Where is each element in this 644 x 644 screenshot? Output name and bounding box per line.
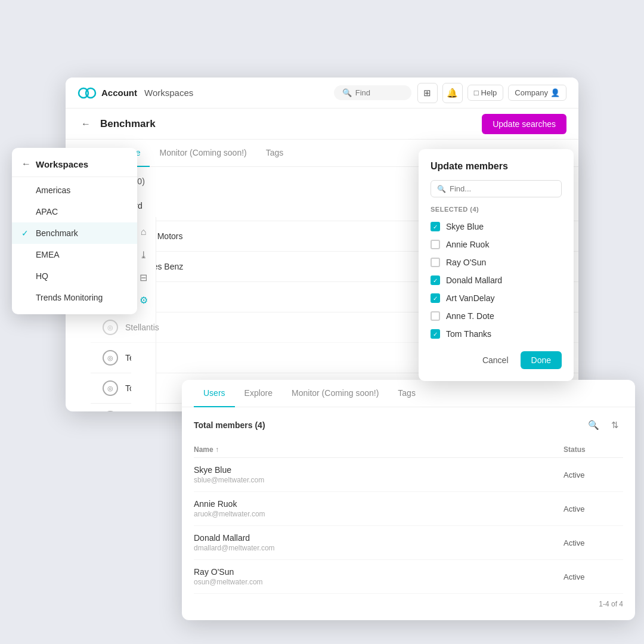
workspace-label: Americas [36, 185, 70, 195]
search-input[interactable] [355, 88, 403, 97]
workspaces-header: ← Workspaces [12, 154, 137, 177]
modal-footer: Cancel Done [431, 351, 562, 369]
users-tab-monitor[interactable]: Monitor (Coming soon!) [282, 380, 388, 407]
member-checkbox-tom[interactable] [431, 329, 440, 339]
sort-action-icon[interactable]: ⇅ [606, 417, 623, 434]
users-panel: Users Explore Monitor (Coming soon!) Tag… [182, 380, 635, 620]
ws-back-button[interactable]: ← [21, 159, 31, 169]
workspaces-title: Workspaces [36, 159, 88, 169]
top-nav: Account Workspaces 🔍 ⊞ 🔔 □ Help Company … [66, 78, 578, 109]
member-item-anne[interactable]: Anne T. Dote [431, 307, 562, 325]
users-content: Total members (4) 🔍 ⇅ Name ↑ Status Skye… [182, 407, 635, 620]
user-info: Ray O'Sun osun@meltwater.com [194, 567, 564, 586]
user-email: osun@meltwater.com [194, 578, 564, 586]
col-status-header: Status [564, 445, 623, 454]
update-searches-button[interactable]: Update searches [482, 114, 566, 134]
done-button[interactable]: Done [521, 351, 562, 369]
workspace-label: Trends Monitoring [36, 293, 103, 302]
user-avatar-icon: 👤 [550, 88, 560, 97]
user-email: aruok@meltwater.com [194, 510, 564, 518]
check-icon: ✓ [21, 228, 31, 238]
workspace-label: EMEA [36, 250, 60, 259]
table-row[interactable]: Donald Mallard dmallard@meltwater.com Ac… [194, 526, 623, 560]
logo-area: Account Workspaces [78, 87, 334, 99]
member-item-art[interactable]: Art VanDelay [431, 289, 562, 307]
nav-search-box[interactable]: 🔍 [334, 85, 411, 100]
company-icon: ◎ [103, 380, 118, 396]
user-info: Donald Mallard dmallard@meltwater.com [194, 533, 564, 552]
member-item-tom[interactable]: Tom Thanks [431, 325, 562, 343]
table-row[interactable]: Skye Blue sblue@meltwater.com Active [194, 458, 623, 492]
col-name-header: Name ↑ [194, 445, 564, 454]
user-name: Skye Blue [194, 465, 564, 475]
member-name: Tom Thanks [446, 329, 491, 339]
member-name: Annie Ruok [446, 240, 489, 249]
member-checkbox-art[interactable] [431, 293, 440, 303]
member-checkbox-anne[interactable] [431, 311, 440, 321]
workspace-label: Benchmark [36, 228, 78, 238]
company-name: Stellantis [125, 323, 159, 332]
company-icon: ◎ [103, 411, 118, 411]
total-members-label: Total members (4) [194, 420, 585, 430]
workspace-item-benchmark[interactable]: ✓ Benchmark [12, 222, 137, 244]
user-status: Active [564, 538, 623, 547]
user-status: Active [564, 504, 623, 513]
workspace-label: APAC [36, 207, 58, 216]
bell-icon-button[interactable]: 🔔 [442, 83, 463, 103]
users-tab-explore[interactable]: Explore [235, 380, 282, 407]
member-item-donald[interactable]: Donald Mallard [431, 271, 562, 289]
help-button[interactable]: □ Help [467, 85, 504, 101]
search-action-icon[interactable]: 🔍 [585, 417, 602, 434]
member-item-skye[interactable]: Skye Blue [431, 218, 562, 236]
workspace-label: HQ [36, 271, 48, 281]
nav-account-label: Account [101, 88, 137, 98]
search-icon: 🔍 [437, 185, 446, 193]
user-name: Ray O'Sun [194, 567, 564, 577]
total-members-row: Total members (4) 🔍 ⇅ [194, 417, 623, 434]
nav-icons: ⊞ 🔔 □ Help Company 👤 [417, 83, 566, 103]
logo-icon [78, 87, 97, 99]
table-row[interactable]: Annie Ruok aruok@meltwater.com Active [194, 492, 623, 526]
search-icon: 🔍 [342, 88, 352, 97]
user-info: Skye Blue sblue@meltwater.com [194, 465, 564, 484]
back-button[interactable]: ← [78, 116, 94, 132]
sub-header: ← Benchmark Update searches [66, 109, 578, 140]
tab-tags[interactable]: Tags [256, 140, 293, 167]
nav-workspaces-label: Workspaces [144, 88, 193, 98]
member-item-annie[interactable]: Annie Ruok [431, 236, 562, 253]
member-name: Anne T. Dote [446, 311, 494, 321]
member-search-input[interactable] [450, 184, 555, 193]
tab-monitor[interactable]: Monitor (Coming soon!) [150, 140, 256, 167]
svg-point-1 [86, 88, 95, 98]
page-title: Benchmark [100, 118, 482, 130]
users-actions: 🔍 ⇅ [585, 417, 623, 434]
company-button[interactable]: Company 👤 [508, 85, 566, 101]
grid-icon-button[interactable]: ⊞ [417, 83, 438, 103]
member-item-ray[interactable]: Ray O'Sun [431, 253, 562, 271]
member-name: Skye Blue [446, 222, 484, 231]
user-email: sblue@meltwater.com [194, 476, 564, 484]
member-checkbox-annie[interactable] [431, 240, 440, 249]
table-row[interactable]: Ray O'Sun osun@meltwater.com Active [194, 560, 623, 594]
help-icon: □ [474, 88, 479, 97]
member-name: Donald Mallard [446, 275, 502, 285]
user-name: Donald Mallard [194, 533, 564, 543]
workspace-item-americas[interactable]: Americas [12, 179, 137, 201]
workspace-item-hq[interactable]: HQ [12, 265, 137, 287]
user-email: dmallard@meltwater.com [194, 544, 564, 552]
users-tab-tags[interactable]: Tags [388, 380, 425, 407]
member-checkbox-donald[interactable] [431, 275, 440, 285]
modal-search-box[interactable]: 🔍 [431, 180, 562, 197]
cancel-button[interactable]: Cancel [476, 351, 515, 369]
user-status: Active [564, 470, 623, 479]
company-icon: ◎ [103, 350, 118, 366]
users-tab-users[interactable]: Users [194, 380, 235, 407]
user-name: Annie Ruok [194, 499, 564, 509]
workspace-item-emea[interactable]: EMEA [12, 244, 137, 265]
workspace-item-trends[interactable]: Trends Monitoring [12, 287, 137, 308]
member-checkbox-skye[interactable] [431, 222, 440, 231]
member-name: Ray O'Sun [446, 258, 486, 267]
company-icon: ◎ [103, 320, 118, 335]
member-checkbox-ray[interactable] [431, 258, 440, 267]
workspace-item-apac[interactable]: APAC [12, 201, 137, 222]
